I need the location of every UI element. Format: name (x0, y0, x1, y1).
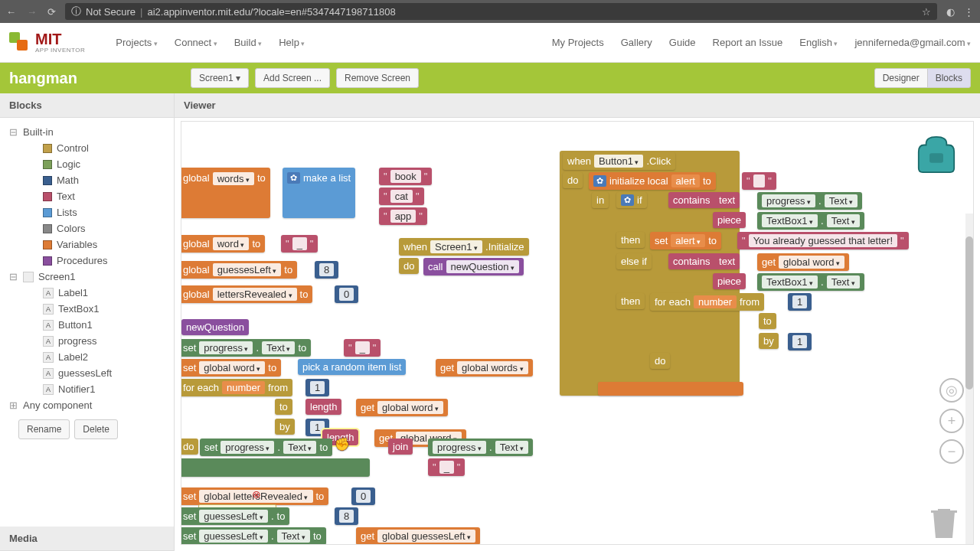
block-set-guessesleft-text[interactable]: setguessesLeft.to (181, 507, 289, 525)
block-foreach[interactable]: for eachnumberfrom (181, 379, 292, 396)
block-text-book[interactable]: "book" (379, 168, 432, 185)
block-progress-text-1[interactable]: progress.Text (757, 192, 862, 210)
screen1-node[interactable]: ⊟ Screen1 (0, 269, 174, 285)
trash-icon[interactable] (929, 504, 959, 540)
designer-tab[interactable]: Designer (874, 68, 928, 88)
category-text[interactable]: Text (0, 188, 174, 204)
block-when-do[interactable]: do (399, 258, 419, 274)
block-text-app[interactable]: "app" (379, 207, 427, 225)
forward-icon[interactable]: → (27, 6, 37, 18)
back-icon[interactable]: ← (6, 6, 16, 18)
category-colors[interactable]: Colors (0, 220, 174, 236)
component-button1[interactable]: AButton1 (0, 317, 174, 333)
canvas-scrollbar[interactable] (965, 214, 973, 544)
block-text-underscore[interactable]: "_" (281, 235, 318, 253)
block-contains-2[interactable]: contains text (668, 253, 740, 269)
star-icon[interactable]: ☆ (922, 6, 931, 18)
block-foreach-to[interactable]: to (275, 399, 292, 415)
block-global-lettersrevealed[interactable]: globallettersRevealedto (181, 285, 312, 303)
block-set-guessesleft-text-2[interactable]: setguessesLeft.Textto (181, 527, 326, 545)
block-get-global-word-2[interactable]: getglobal word (757, 253, 849, 271)
menu-report[interactable]: Report an Issue (713, 37, 783, 48)
block-number-1d[interactable]: 1 (788, 333, 812, 350)
block-progress-text-getter[interactable]: progress.Text (428, 439, 533, 456)
category-procedures[interactable]: Procedures (0, 253, 174, 269)
block-piece-1[interactable]: piece (713, 212, 746, 228)
block-call-newquestion[interactable]: callnewQuestion (423, 258, 524, 276)
menu-email[interactable]: jenniferneda@gmail.com (854, 37, 971, 48)
category-variables[interactable]: Variables (0, 236, 174, 253)
block-foreach-do[interactable]: do (181, 439, 198, 455)
component-notifier1[interactable]: ANotifier1 (0, 381, 174, 397)
block-number-0b[interactable]: 0 (351, 487, 375, 505)
block-set-progress-text[interactable]: setprogress.Textto (181, 339, 311, 357)
block-newquestion-def[interactable]: newQuestion (181, 319, 249, 335)
block-piece-2[interactable]: piece (713, 273, 746, 289)
collapse-icon[interactable]: ⊟ (9, 271, 18, 282)
gear-icon[interactable]: ✿ (593, 175, 606, 187)
block-if[interactable]: ✿if (616, 192, 647, 208)
blocks-tab[interactable]: Blocks (927, 68, 971, 88)
menu-build[interactable]: Build (234, 37, 262, 48)
blocks-canvas[interactable]: globalwordsto ✿make a list "book" "cat" … (181, 121, 974, 545)
block-contains-1[interactable]: contains text (668, 192, 740, 208)
block-text-cat[interactable]: "cat" (379, 187, 424, 205)
category-math[interactable]: Math (0, 172, 174, 188)
block-get-global-guessesleft[interactable]: getglobal guessesLeft (356, 527, 480, 545)
block-number-1c[interactable]: 1 (788, 293, 812, 311)
menu-gallery[interactable]: Gallery (621, 37, 652, 48)
builtin-node[interactable]: ⊟ Built-in (0, 124, 174, 140)
block-text-guessed[interactable]: "You already guessed that letter!" (737, 232, 909, 249)
menu-guide[interactable]: Guide (669, 37, 696, 48)
component-progress[interactable]: Aprogress (0, 333, 174, 349)
block-green-bottom[interactable] (181, 458, 370, 477)
block-foreach-by[interactable]: by (275, 419, 295, 435)
block-when-screen-init[interactable]: whenScreen1.Initialize (399, 238, 529, 256)
user-icon[interactable]: ◐ (946, 6, 955, 18)
component-textbox1[interactable]: ATextBox1 (0, 301, 174, 317)
error-icon[interactable]: ⊗ (252, 488, 261, 500)
block-text-underscore-3[interactable]: "_" (428, 458, 465, 476)
block-orange-tail[interactable] (598, 382, 743, 396)
block-init-local-alert[interactable]: ✿initialize localalertto (589, 172, 716, 190)
block-pick-random[interactable]: pick a random item list (298, 359, 406, 375)
block-text-empty[interactable]: " " (742, 172, 776, 190)
block-join[interactable]: join (388, 439, 413, 455)
gear-icon[interactable]: ✿ (287, 172, 300, 184)
delete-button[interactable]: Delete (74, 419, 118, 439)
block-get-global-words[interactable]: getglobal words (436, 359, 533, 377)
zoom-in-button[interactable]: + (939, 409, 964, 433)
block-foreach-2[interactable]: for eachnumberfrom (650, 293, 764, 311)
screen-select[interactable]: Screen1 ▾ (191, 68, 249, 88)
category-lists[interactable]: Lists (0, 204, 174, 220)
rename-button[interactable]: Rename (18, 419, 70, 439)
logo[interactable]: MIT APP INVENTOR (9, 31, 85, 54)
menu-myprojects[interactable]: My Projects (552, 37, 604, 48)
block-number-8[interactable]: 8 (315, 261, 338, 279)
menu-connect[interactable]: Connect (175, 37, 217, 48)
gear-icon[interactable]: ✿ (621, 194, 634, 206)
block-length[interactable]: length (305, 399, 341, 415)
reload-icon[interactable]: ⟳ (47, 6, 56, 18)
block-global-words[interactable]: globalwordsto (181, 168, 270, 218)
component-label1[interactable]: ALabel1 (0, 285, 174, 301)
block-set-global-word[interactable]: setglobal wordto (181, 359, 281, 377)
category-control[interactable]: Control (0, 140, 174, 156)
collapse-icon[interactable]: ⊟ (9, 126, 18, 138)
menu-english[interactable]: English (799, 37, 838, 48)
category-logic[interactable]: Logic (0, 156, 174, 172)
recenter-button[interactable]: ◎ (939, 378, 964, 403)
menu-icon[interactable]: ⋮ (964, 6, 974, 18)
block-set-alert[interactable]: setalertto (650, 232, 721, 249)
block-global-word[interactable]: globalwordto (181, 235, 265, 253)
component-guessesleft[interactable]: AguessesLeft (0, 365, 174, 381)
block-number-8b[interactable]: 8 (335, 507, 358, 525)
zoom-out-button[interactable]: − (939, 439, 964, 464)
expand-icon[interactable]: ⊞ (9, 399, 18, 411)
block-get-global-word[interactable]: getglobal word (356, 399, 448, 416)
menu-projects[interactable]: Projects (116, 37, 157, 48)
block-text-underscore-2[interactable]: "_" (344, 339, 381, 357)
block-make-a-list[interactable]: ✿make a list (283, 168, 355, 218)
block-global-guessesleft[interactable]: globalguessesLeftto (181, 261, 297, 279)
block-number-1a[interactable]: 1 (305, 379, 329, 396)
